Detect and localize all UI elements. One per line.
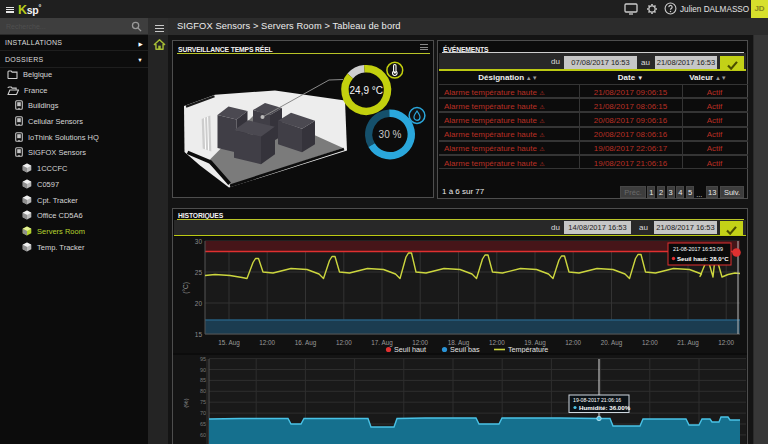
- svg-text:75: 75: [200, 399, 206, 405]
- svg-text:12:00: 12:00: [336, 339, 352, 346]
- svg-text:Humidité: 36.00%: Humidité: 36.00%: [579, 404, 631, 411]
- svg-text:30 %: 30 %: [379, 129, 402, 140]
- svg-text:30: 30: [195, 238, 203, 245]
- svg-text:12:00: 12:00: [718, 339, 734, 346]
- svg-text:60: 60: [200, 432, 206, 438]
- svg-text:12:00: 12:00: [565, 339, 581, 346]
- svg-text:80: 80: [200, 388, 206, 394]
- svg-text:15: 15: [195, 331, 203, 338]
- svg-text:12:00: 12:00: [259, 339, 275, 346]
- svg-text:Seuil bas: Seuil bas: [450, 345, 480, 353]
- svg-text:70: 70: [200, 410, 206, 416]
- svg-text:(%): (%): [183, 398, 189, 407]
- svg-text:15. Aug: 15. Aug: [218, 339, 240, 347]
- svg-text:85: 85: [200, 377, 206, 383]
- svg-text:25: 25: [195, 269, 203, 276]
- svg-text:19-08-2017 21:06:16: 19-08-2017 21:06:16: [573, 397, 621, 403]
- svg-text:21. Aug: 21. Aug: [677, 339, 699, 347]
- svg-text:Température: Température: [508, 345, 548, 353]
- svg-text:16. Aug: 16. Aug: [295, 339, 317, 347]
- svg-text:Seuil haut: Seuil haut: [394, 345, 426, 353]
- svg-text:20: 20: [195, 300, 203, 307]
- svg-text:21-08-2017 16:53:09: 21-08-2017 16:53:09: [673, 246, 723, 252]
- svg-text:Seuil haut: 28.0°C: Seuil haut: 28.0°C: [677, 255, 729, 262]
- svg-text:65: 65: [200, 421, 206, 427]
- svg-text:12:00: 12:00: [489, 339, 505, 346]
- svg-text:17. Aug: 17. Aug: [371, 339, 393, 347]
- svg-text:(°C): (°C): [182, 282, 190, 294]
- svg-text:90: 90: [200, 367, 206, 373]
- svg-text:12:00: 12:00: [642, 339, 658, 346]
- svg-text:20. Aug: 20. Aug: [601, 339, 623, 347]
- svg-text:95: 95: [200, 356, 206, 362]
- svg-text:24,9 °C: 24,9 °C: [350, 85, 383, 96]
